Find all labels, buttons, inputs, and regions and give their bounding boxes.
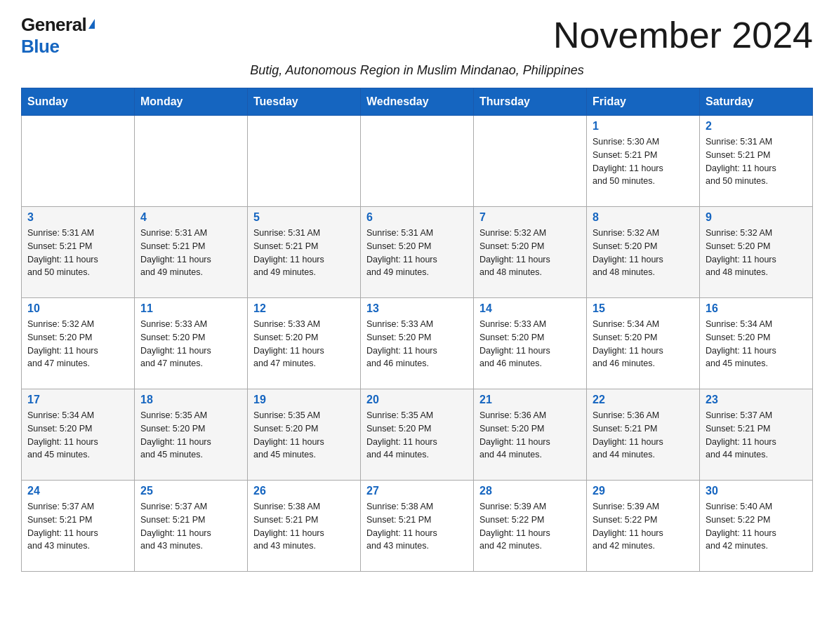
calendar-day-cell: 13Sunrise: 5:33 AMSunset: 5:20 PMDayligh… [361,298,474,389]
calendar-day-cell: 7Sunrise: 5:32 AMSunset: 5:20 PMDaylight… [474,207,587,298]
day-info: Sunrise: 5:32 AMSunset: 5:20 PMDaylight:… [27,318,128,370]
day-info: Sunrise: 5:31 AMSunset: 5:21 PMDaylight:… [706,135,807,188]
day-info: Sunrise: 5:35 AMSunset: 5:20 PMDaylight:… [140,409,241,462]
day-number: 13 [366,302,468,315]
calendar-day-cell: 16Sunrise: 5:34 AMSunset: 5:20 PMDayligh… [700,298,813,389]
day-number: 18 [140,394,241,406]
calendar-day-cell: 20Sunrise: 5:35 AMSunset: 5:20 PMDayligh… [361,389,474,481]
calendar-day-header: Saturday [700,88,813,116]
day-info: Sunrise: 5:38 AMSunset: 5:21 PMDaylight:… [366,500,468,553]
day-number: 9 [706,211,807,224]
calendar-day-header: Wednesday [361,88,474,116]
logo: General Blue [21,14,95,58]
day-info: Sunrise: 5:35 AMSunset: 5:20 PMDaylight:… [366,409,468,462]
day-info: Sunrise: 5:38 AMSunset: 5:21 PMDaylight:… [253,500,355,553]
day-info: Sunrise: 5:32 AMSunset: 5:20 PMDaylight:… [479,227,581,279]
month-title: November 2024 [553,14,813,56]
day-info: Sunrise: 5:37 AMSunset: 5:21 PMDaylight:… [140,500,241,553]
day-info: Sunrise: 5:34 AMSunset: 5:20 PMDaylight:… [593,318,694,370]
subtitle: Butig, Autonomous Region in Muslim Minda… [21,63,813,78]
day-number: 23 [706,394,807,406]
calendar-day-cell [135,116,248,207]
logo-general-text: General [21,14,86,36]
page-header: General Blue November 2024 [21,14,813,58]
day-info: Sunrise: 5:31 AMSunset: 5:21 PMDaylight:… [140,227,241,279]
calendar-day-cell: 21Sunrise: 5:36 AMSunset: 5:20 PMDayligh… [474,389,587,481]
day-number: 5 [253,211,355,224]
calendar-day-cell: 28Sunrise: 5:39 AMSunset: 5:22 PMDayligh… [474,481,587,572]
day-number: 17 [27,394,128,406]
day-number: 30 [706,485,807,497]
calendar-week-row: 17Sunrise: 5:34 AMSunset: 5:20 PMDayligh… [22,389,813,481]
calendar-day-cell: 12Sunrise: 5:33 AMSunset: 5:20 PMDayligh… [248,298,361,389]
day-number: 4 [140,211,241,224]
day-info: Sunrise: 5:39 AMSunset: 5:22 PMDaylight:… [593,500,694,553]
day-number: 24 [27,485,128,497]
day-number: 25 [140,485,241,497]
calendar-week-row: 10Sunrise: 5:32 AMSunset: 5:20 PMDayligh… [22,298,813,389]
day-number: 26 [253,485,355,497]
calendar-day-cell: 14Sunrise: 5:33 AMSunset: 5:20 PMDayligh… [474,298,587,389]
logo-blue-text: Blue [21,36,59,57]
day-number: 2 [706,120,807,133]
calendar-day-cell: 9Sunrise: 5:32 AMSunset: 5:20 PMDaylight… [700,207,813,298]
calendar-day-header: Friday [587,88,700,116]
day-number: 29 [593,485,694,497]
day-number: 15 [593,302,694,315]
day-number: 19 [253,394,355,406]
calendar-day-header: Sunday [22,88,135,116]
calendar-day-cell: 27Sunrise: 5:38 AMSunset: 5:21 PMDayligh… [361,481,474,572]
calendar-day-cell: 23Sunrise: 5:37 AMSunset: 5:21 PMDayligh… [700,389,813,481]
calendar-day-cell: 8Sunrise: 5:32 AMSunset: 5:20 PMDaylight… [587,207,700,298]
day-info: Sunrise: 5:36 AMSunset: 5:21 PMDaylight:… [593,409,694,462]
day-number: 20 [366,394,468,406]
calendar-day-cell: 2Sunrise: 5:31 AMSunset: 5:21 PMDaylight… [700,116,813,207]
day-info: Sunrise: 5:34 AMSunset: 5:20 PMDaylight:… [706,318,807,370]
calendar-day-header: Thursday [474,88,587,116]
calendar-week-row: 3Sunrise: 5:31 AMSunset: 5:21 PMDaylight… [22,207,813,298]
day-info: Sunrise: 5:33 AMSunset: 5:20 PMDaylight:… [366,318,468,370]
day-number: 7 [479,211,581,224]
calendar-week-row: 24Sunrise: 5:37 AMSunset: 5:21 PMDayligh… [22,481,813,572]
day-number: 11 [140,302,241,315]
calendar-day-cell: 24Sunrise: 5:37 AMSunset: 5:21 PMDayligh… [22,481,135,572]
calendar-day-cell [474,116,587,207]
day-number: 14 [479,302,581,315]
day-info: Sunrise: 5:32 AMSunset: 5:20 PMDaylight:… [706,227,807,279]
day-number: 22 [593,394,694,406]
day-number: 3 [27,211,128,224]
day-info: Sunrise: 5:33 AMSunset: 5:20 PMDaylight:… [479,318,581,370]
day-info: Sunrise: 5:36 AMSunset: 5:20 PMDaylight:… [479,409,581,462]
calendar-day-cell: 15Sunrise: 5:34 AMSunset: 5:20 PMDayligh… [587,298,700,389]
day-number: 16 [706,302,807,315]
day-number: 1 [593,120,694,133]
calendar-day-cell: 26Sunrise: 5:38 AMSunset: 5:21 PMDayligh… [248,481,361,572]
day-info: Sunrise: 5:39 AMSunset: 5:22 PMDaylight:… [479,500,581,553]
calendar-day-cell: 19Sunrise: 5:35 AMSunset: 5:20 PMDayligh… [248,389,361,481]
calendar-day-cell [361,116,474,207]
day-info: Sunrise: 5:33 AMSunset: 5:20 PMDaylight:… [253,318,355,370]
calendar-day-header: Monday [135,88,248,116]
day-info: Sunrise: 5:32 AMSunset: 5:20 PMDaylight:… [593,227,694,279]
day-number: 27 [366,485,468,497]
calendar-day-cell: 18Sunrise: 5:35 AMSunset: 5:20 PMDayligh… [135,389,248,481]
day-info: Sunrise: 5:34 AMSunset: 5:20 PMDaylight:… [27,409,128,462]
calendar-day-cell: 11Sunrise: 5:33 AMSunset: 5:20 PMDayligh… [135,298,248,389]
calendar-day-cell: 10Sunrise: 5:32 AMSunset: 5:20 PMDayligh… [22,298,135,389]
day-info: Sunrise: 5:37 AMSunset: 5:21 PMDaylight:… [706,409,807,462]
day-number: 10 [27,302,128,315]
day-info: Sunrise: 5:31 AMSunset: 5:21 PMDaylight:… [27,227,128,279]
day-info: Sunrise: 5:31 AMSunset: 5:20 PMDaylight:… [366,227,468,279]
day-info: Sunrise: 5:31 AMSunset: 5:21 PMDaylight:… [253,227,355,279]
day-info: Sunrise: 5:35 AMSunset: 5:20 PMDaylight:… [253,409,355,462]
calendar-day-cell: 6Sunrise: 5:31 AMSunset: 5:20 PMDaylight… [361,207,474,298]
day-info: Sunrise: 5:40 AMSunset: 5:22 PMDaylight:… [706,500,807,553]
logo-triangle-icon [88,19,95,29]
day-number: 21 [479,394,581,406]
calendar-day-cell: 3Sunrise: 5:31 AMSunset: 5:21 PMDaylight… [22,207,135,298]
calendar-day-cell: 29Sunrise: 5:39 AMSunset: 5:22 PMDayligh… [587,481,700,572]
calendar-day-cell: 17Sunrise: 5:34 AMSunset: 5:20 PMDayligh… [22,389,135,481]
calendar-day-cell: 30Sunrise: 5:40 AMSunset: 5:22 PMDayligh… [700,481,813,572]
day-number: 6 [366,211,468,224]
day-number: 28 [479,485,581,497]
